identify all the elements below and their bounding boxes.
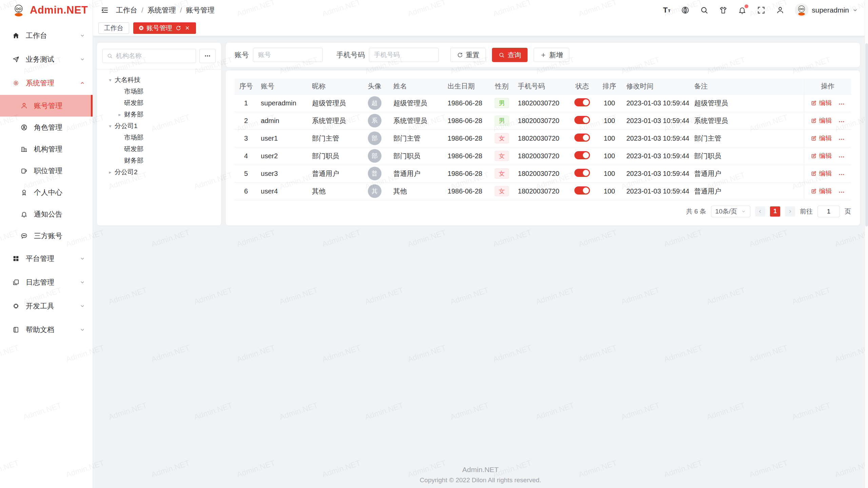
app-logo[interactable]: Admin.NET — [0, 0, 93, 20]
cell-index: 2 — [235, 112, 257, 129]
tree-node[interactable]: ▸ 分公司2 — [102, 166, 216, 178]
col-avatar: 头像 — [359, 79, 390, 94]
tab-account-management[interactable]: 账号管理 — [133, 22, 196, 34]
gender-badge: 男 — [495, 98, 509, 108]
chevron-down-icon — [80, 57, 85, 62]
caret-right-icon[interactable]: ▸ — [106, 169, 115, 175]
sidebar-item-label: 开发工具 — [26, 301, 54, 311]
sidebar-item-system-management[interactable]: 系统管理 — [0, 71, 93, 95]
sidebar-menu: 工作台 业务测试 — [0, 20, 93, 342]
sidebar-item-third-party-account[interactable]: 三方账号 — [0, 225, 93, 247]
language-icon[interactable] — [681, 6, 690, 15]
caret-right-icon[interactable]: ▸ — [115, 112, 124, 117]
cell-sort: 100 — [596, 147, 623, 165]
query-button[interactable]: 查询 — [492, 48, 528, 62]
sidebar-item-notice[interactable]: 通知公告 — [0, 203, 93, 225]
sidebar-item-org-management[interactable]: 机构管理 — [0, 138, 93, 160]
more-button[interactable] — [838, 118, 845, 125]
more-options-button[interactable] — [199, 49, 216, 63]
tree-node[interactable]: ▸ 财务部 — [102, 109, 216, 120]
prev-page-button[interactable] — [755, 206, 765, 217]
cell-remark: 系统管理员 — [691, 112, 804, 129]
sidebar-item-position-management[interactable]: 职位管理 — [0, 160, 93, 182]
sidebar-item-dev-tools[interactable]: 开发工具 — [0, 294, 93, 318]
user-menu[interactable]: superadmin — [795, 3, 858, 17]
sidebar-item-label: 系统管理 — [26, 78, 54, 88]
goto-page-input[interactable] — [817, 206, 840, 217]
next-page-button[interactable] — [785, 206, 795, 217]
menu-fold-icon[interactable] — [100, 6, 109, 15]
tree-node[interactable]: ▾ 分公司1 — [102, 120, 216, 132]
more-button[interactable] — [838, 136, 845, 143]
cell-birthday: 1986-06-28 — [444, 147, 489, 165]
edit-button[interactable]: 编辑 — [811, 134, 832, 143]
cell-nickname: 其他 — [309, 182, 359, 200]
current-page-button[interactable]: 1 — [770, 206, 780, 217]
org-search-input[interactable] — [116, 52, 192, 60]
sidebar-item-platform-management[interactable]: 平台管理 — [0, 247, 93, 270]
scrollbar[interactable] — [865, 0, 868, 488]
cell-account: user1 — [257, 129, 309, 147]
more-button[interactable] — [838, 154, 845, 160]
cell-remark: 普通用户 — [691, 165, 804, 182]
edit-button[interactable]: 编辑 — [811, 151, 832, 160]
tree-node[interactable]: 市场部 — [102, 86, 216, 97]
notification-icon[interactable] — [738, 6, 747, 15]
caret-down-icon[interactable]: ▾ — [106, 123, 115, 129]
sidebar-item-profile-center[interactable]: 个人中心 — [0, 182, 93, 203]
theme-icon[interactable] — [719, 6, 728, 15]
more-button[interactable] — [838, 101, 845, 107]
phone-input[interactable] — [369, 48, 439, 62]
account-input[interactable] — [253, 48, 323, 62]
sidebar-item-business-test[interactable]: 业务测试 — [0, 47, 93, 71]
top-navbar: 工作台 / 系统管理 / 账号管理 Tт — [93, 0, 868, 20]
org-tree-panel: ▾ 大名科技 市场部 研发部 ▸ 财务部 — [97, 43, 221, 225]
page-footer: Admin.NET Copyright © 2022 Dilon All rig… — [93, 466, 868, 484]
position-icon — [20, 166, 28, 175]
page-unit-label: 页 — [845, 207, 851, 216]
user-icon[interactable] — [776, 6, 785, 15]
sidebar-item-workbench[interactable]: 工作台 — [0, 24, 93, 47]
refresh-icon[interactable] — [175, 25, 181, 31]
cell-birthday: 1986-06-28 — [444, 112, 489, 129]
more-button[interactable] — [838, 189, 845, 196]
add-button[interactable]: 新增 — [534, 48, 569, 62]
status-toggle[interactable] — [574, 169, 590, 177]
sidebar-item-label: 职位管理 — [34, 166, 62, 176]
tree-node[interactable]: 研发部 — [102, 97, 216, 109]
tree-node[interactable]: ▾ 大名科技 — [102, 74, 216, 86]
status-toggle[interactable] — [574, 134, 590, 142]
sidebar-item-help-docs[interactable]: 帮助文档 — [0, 318, 93, 342]
edit-button[interactable]: 编辑 — [811, 99, 832, 107]
edit-button[interactable]: 编辑 — [811, 116, 832, 125]
sidebar-item-log-management[interactable]: 日志管理 — [0, 270, 93, 294]
tab-workbench[interactable]: 工作台 — [98, 22, 129, 34]
more-button[interactable] — [838, 171, 845, 178]
edit-button[interactable]: 编辑 — [811, 187, 832, 196]
sidebar-item-label: 账号管理 — [34, 101, 62, 110]
scrollbar-thumb[interactable] — [865, 43, 868, 226]
search-icon[interactable] — [700, 6, 709, 15]
close-icon[interactable] — [184, 25, 190, 31]
caret-down-icon[interactable]: ▾ — [106, 77, 115, 83]
tree-node[interactable]: 研发部 — [102, 143, 216, 155]
chevron-down-icon — [741, 209, 746, 214]
page-size-select[interactable]: 10条/页 — [711, 206, 750, 217]
breadcrumb-item[interactable]: 系统管理 — [147, 5, 176, 15]
sidebar-item-role-management[interactable]: 角色管理 — [0, 117, 93, 138]
breadcrumb-item[interactable]: 工作台 — [116, 5, 137, 15]
tree-node[interactable]: 市场部 — [102, 132, 216, 143]
org-search-field[interactable] — [102, 49, 196, 63]
status-toggle[interactable] — [574, 116, 590, 124]
reset-button[interactable]: 重置 — [450, 48, 486, 62]
fullscreen-icon[interactable] — [757, 6, 766, 15]
cell-phone: 18020030720 — [514, 94, 569, 112]
status-toggle[interactable] — [574, 98, 590, 106]
sidebar-item-account-management[interactable]: 账号管理 — [0, 95, 93, 117]
status-toggle[interactable] — [574, 151, 590, 159]
font-size-icon[interactable]: Tт — [663, 6, 671, 15]
tree-node[interactable]: 财务部 — [102, 155, 216, 166]
cell-modified-time: 2023-01-03 10:59:44 — [623, 129, 691, 147]
status-toggle[interactable] — [574, 186, 590, 195]
edit-button[interactable]: 编辑 — [811, 169, 832, 178]
